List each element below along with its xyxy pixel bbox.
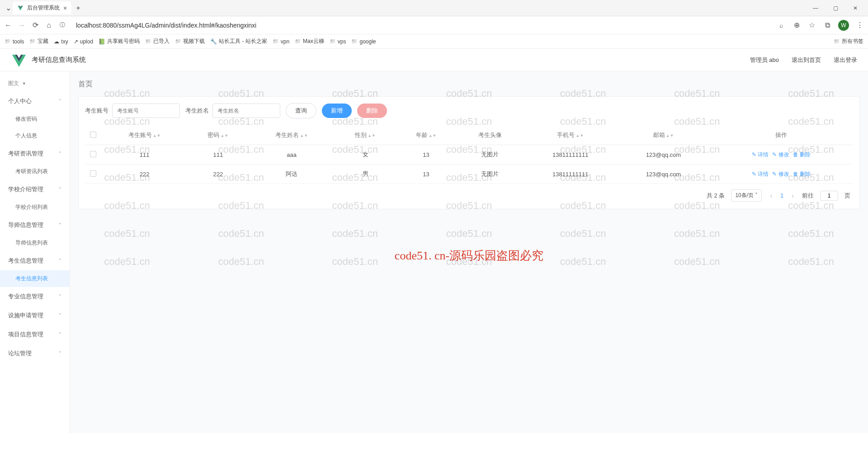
bookmark-video[interactable]: 视频下载 (175, 38, 205, 45)
profile-avatar[interactable]: W (838, 20, 849, 31)
row-checkbox[interactable] (90, 151, 96, 157)
bookmark-max[interactable]: Max云梯 (295, 38, 324, 45)
sidebar-title: 图文 ▼ (0, 75, 70, 92)
op-detail[interactable]: ✎ 详情 (752, 151, 769, 159)
sidebar-group-forum[interactable]: 论坛管理˅ (0, 344, 70, 363)
sort-icon[interactable]: ▲▼ (576, 134, 584, 137)
sort-icon[interactable]: ▲▼ (300, 134, 308, 137)
url-input[interactable]: localhost:8080/ssmAg4LG/admin/dist/index… (71, 22, 772, 29)
sidebar-group-school[interactable]: 学校介绍管理˄ (0, 180, 70, 199)
cell-avatar: 无图片 (457, 165, 524, 184)
vue-logo (11, 53, 27, 67)
sort-icon[interactable]: ▲▼ (153, 134, 161, 137)
back-icon[interactable]: ← (4, 21, 13, 30)
bookmark-shared[interactable]: 📗 共享账号密码 (99, 38, 140, 45)
url-bar: ← → ⟳ ⌂ ⓘ localhost:8080/ssmAg4LG/admin/… (0, 16, 868, 34)
cell-password: 222 (188, 165, 249, 184)
th-email: 邮箱▲▼ (618, 126, 710, 145)
new-tab-button[interactable]: + (76, 4, 80, 12)
th-avatar: 考生头像 (457, 126, 524, 145)
extensions-icon[interactable]: ⧉ (823, 21, 832, 30)
pag-goto-input[interactable] (820, 191, 838, 201)
op-edit[interactable]: ✎ 修改 (772, 151, 789, 159)
bookmark-icon[interactable]: ☆ (807, 21, 816, 30)
sidebar-group-news[interactable]: 考研资讯管理˄ (0, 144, 70, 163)
sidebar-group-major[interactable]: 专业信息管理˅ (0, 287, 70, 306)
sidebar-item-school-list[interactable]: 学校介绍列表 (0, 199, 70, 216)
forward-icon[interactable]: → (17, 21, 26, 30)
sort-icon[interactable]: ▲▼ (368, 134, 376, 137)
vue-favicon (17, 5, 24, 11)
sidebar-item-profile[interactable]: 个人信息 (0, 127, 70, 144)
link-home[interactable]: 退出到首页 (792, 56, 821, 64)
sidebar-group-tutor[interactable]: 导师信息管理˄ (0, 216, 70, 235)
op-edit[interactable]: ✎ 修改 (772, 170, 789, 178)
user-label[interactable]: 管理员 abo (750, 56, 779, 64)
sidebar-group-student[interactable]: 考生信息管理˄ (0, 251, 70, 270)
tab-title: 后台管理系统 (27, 4, 60, 12)
sidebar-item-tutor-list[interactable]: 导师信息列表 (0, 235, 70, 251)
app-title: 考研信息查询系统 (32, 56, 86, 64)
browser-tab-bar: ⌄ 后台管理系统 × + — ▢ ✕ (0, 0, 868, 16)
th-ops: 操作 (709, 126, 853, 145)
cell-name: 阿达 (249, 165, 335, 184)
reload-icon[interactable]: ⟳ (31, 21, 40, 30)
translate-icon[interactable]: ⊕ (792, 21, 801, 30)
sidebar-item-student-list[interactable]: 考生信息列表 (0, 270, 70, 287)
filter-name-input[interactable] (212, 104, 280, 118)
bookmark-seo[interactable]: 🔧 站长工具 - 站长之家 (210, 38, 267, 45)
op-delete[interactable]: 🗑 删除 (793, 151, 811, 159)
filter-account-label: 考生账号 (85, 107, 108, 115)
bookmark-google[interactable]: google (351, 38, 376, 45)
password-icon[interactable]: ⌕ (777, 21, 786, 30)
link-logout[interactable]: 退出登录 (834, 56, 857, 64)
cell-phone: 13811111111 (524, 145, 618, 165)
window-maximize[interactable]: ▢ (826, 1, 844, 15)
window-close[interactable]: ✕ (846, 1, 864, 15)
chevron-down-icon: ˅ (59, 332, 61, 338)
filter-bar: 考生账号 考生姓名 查询 新增 删除 (85, 103, 853, 118)
bookmark-txy[interactable]: ☁ txy (54, 38, 68, 45)
pag-prev-icon[interactable]: ‹ (768, 192, 774, 199)
home-icon[interactable]: ⌂ (44, 21, 53, 30)
table-row: 111 111 aaa 女 13 无图片 13811111111 123@qq.… (85, 145, 853, 165)
cell-account: 111 (101, 145, 188, 165)
op-delete[interactable]: 🗑 删除 (793, 170, 811, 178)
bookmark-vps[interactable]: vps (330, 38, 346, 45)
close-icon[interactable]: × (63, 5, 67, 12)
add-button[interactable]: 新增 (322, 104, 352, 118)
site-info-icon[interactable]: ⓘ (58, 21, 67, 30)
pag-next-icon[interactable]: › (790, 192, 796, 199)
th-password: 密码▲▼ (188, 126, 249, 145)
sidebar-item-change-password[interactable]: 修改密码 (0, 111, 70, 127)
sidebar-group-project[interactable]: 项目信息管理˅ (0, 325, 70, 344)
cell-password: 111 (188, 145, 249, 165)
bookmark-uplod[interactable]: ↗ uplod (74, 38, 93, 45)
bookmark-vpn[interactable]: vpn (273, 38, 289, 45)
more-icon[interactable]: ⋮ (855, 21, 864, 30)
cell-gender: 男 (335, 165, 396, 184)
row-checkbox[interactable] (90, 170, 96, 177)
query-button[interactable]: 查询 (286, 103, 316, 118)
bookmark-tools[interactable]: tools (5, 38, 24, 45)
sort-icon[interactable]: ▲▼ (666, 134, 674, 137)
sidebar-group-facility[interactable]: 设施申请管理˅ (0, 306, 70, 325)
th-name: 考生姓名▲▼ (249, 126, 335, 145)
select-all-checkbox[interactable] (90, 132, 96, 138)
sort-icon[interactable]: ▲▼ (220, 134, 228, 137)
sidebar-group-personal[interactable]: 个人中心˄ (0, 92, 70, 111)
bookmark-imported[interactable]: 已导入 (145, 38, 170, 45)
delete-button[interactable]: 删除 (357, 104, 387, 118)
browser-tab[interactable]: 后台管理系统 × (13, 1, 71, 14)
sort-icon[interactable]: ▲▼ (429, 134, 437, 137)
filter-account-input[interactable] (112, 104, 180, 118)
pag-current[interactable]: 1 (780, 192, 783, 199)
sidebar-item-news-list[interactable]: 考研资讯列表 (0, 163, 70, 180)
window-minimize[interactable]: — (807, 1, 825, 15)
bookmark-all[interactable]: 所有书签 (834, 38, 863, 45)
cell-email: 123@qq.com (618, 145, 710, 165)
chevron-down-icon[interactable]: ⌄ (4, 4, 13, 13)
pag-page-size[interactable]: 10条/页 ˅ (731, 189, 762, 202)
bookmark-baozang[interactable]: 宝藏 (29, 38, 48, 45)
op-detail[interactable]: ✎ 详情 (752, 170, 769, 178)
